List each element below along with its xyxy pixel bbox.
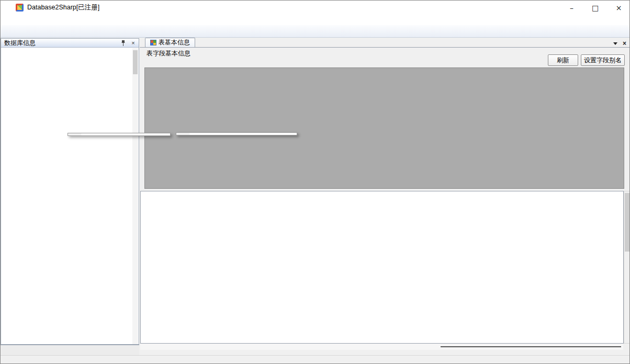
panel-header: 数据库信息 × [1, 39, 139, 48]
context-menu [68, 133, 171, 136]
panel-close-icon[interactable]: × [130, 40, 137, 47]
sql-editor[interactable] [140, 191, 624, 344]
app-window: Database2Sharp[已注册] – □ × 数据库信息 × [0, 0, 630, 364]
titlebar: Database2Sharp[已注册] – □ × [1, 1, 630, 15]
left-bottom-tabstrip [1, 345, 139, 355]
database-tree [1, 48, 132, 344]
window-title: Database2Sharp[已注册] [27, 3, 99, 12]
refresh-button[interactable]: 刷新 [548, 54, 578, 66]
tree-scrollbar-thumb[interactable] [133, 50, 138, 74]
tab-table-basic-info[interactable]: 表基本信息 [145, 38, 195, 47]
sql-vertical-scrollbar[interactable] [624, 191, 630, 344]
doc-list-chevron-down-icon[interactable] [613, 42, 617, 45]
document-tabstrip: 表基本信息 × [140, 38, 630, 48]
doc-close-icon[interactable]: × [623, 40, 626, 47]
code-generation-submenu [176, 132, 297, 135]
table-grid-icon [150, 40, 156, 46]
close-button[interactable]: × [607, 1, 630, 15]
statusbar [1, 355, 630, 364]
panel-title: 数据库信息 [4, 39, 36, 48]
tree-scrollbar[interactable] [132, 48, 138, 344]
app-icon [16, 4, 24, 12]
document-panel: 表基本信息 × 表字段基本信息 刷新 设置字段别名 [140, 38, 630, 345]
toolbar [1, 25, 630, 38]
field-grid [144, 67, 624, 189]
minimize-button[interactable]: – [560, 1, 583, 15]
pin-icon[interactable] [120, 40, 127, 47]
sql-horizontal-scrollbar[interactable] [140, 344, 623, 350]
section-label: 表字段基本信息 [147, 49, 190, 58]
set-field-alias-button[interactable]: 设置字段别名 [581, 54, 625, 66]
maximize-button[interactable]: □ [583, 1, 607, 15]
database-info-panel: 数据库信息 × [1, 38, 139, 345]
menubar [1, 15, 630, 25]
doc-tab-label: 表基本信息 [159, 38, 190, 47]
sql-hscroll-thumb[interactable] [441, 346, 621, 347]
sql-vscroll-thumb[interactable] [625, 193, 629, 252]
